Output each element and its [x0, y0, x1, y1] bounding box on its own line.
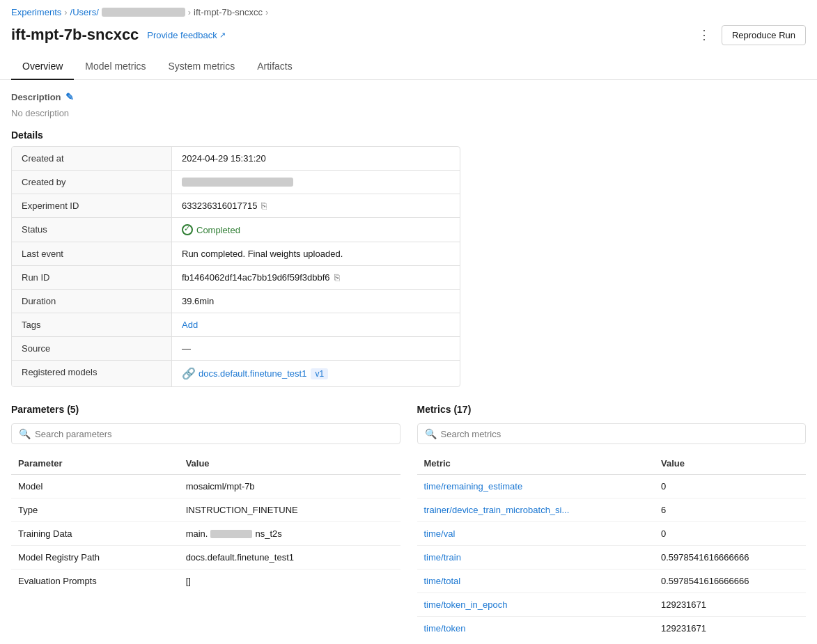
metric-link-remaining-estimate[interactable]: time/remaining_estimate — [424, 481, 523, 492]
metrics-search-input[interactable] — [441, 429, 799, 439]
breadcrumb-users[interactable]: /Users/ — [70, 7, 99, 17]
metric-link-time-train[interactable]: time/train — [424, 552, 461, 563]
metric-value-time-train: 0.5978541616666666 — [654, 546, 806, 570]
details-row-registered-models: Registered models 🔗 docs.default.finetun… — [12, 361, 460, 386]
param-name-training-data: Training Data — [11, 522, 179, 546]
breadcrumb-experiments[interactable]: Experiments — [11, 7, 61, 17]
metric-name-remaining-estimate: time/remaining_estimate — [417, 475, 654, 498]
param-name-model-registry-path: Model Registry Path — [11, 546, 179, 570]
training-data-prefix: main. — [186, 528, 208, 539]
details-val-status: Completed — [172, 218, 460, 242]
tab-model-metrics[interactable]: Model metrics — [74, 54, 157, 80]
metric-row-time-train: time/train 0.5978541616666666 — [417, 546, 807, 570]
copy-run-id-icon[interactable]: ⎘ — [334, 272, 340, 283]
version-badge: v1 — [311, 368, 328, 379]
details-val-experiment-id: 633236316017715 ⎘ — [172, 194, 460, 217]
metric-link-time-val[interactable]: time/val — [424, 528, 456, 539]
details-key-source: Source — [12, 337, 172, 360]
details-row-status: Status Completed — [12, 218, 460, 242]
parameters-search-icon: 🔍 — [19, 428, 31, 439]
page-header-left: ift-mpt-7b-sncxcc Provide feedback — [11, 26, 226, 44]
details-key-last-event: Last event — [12, 242, 172, 265]
experiment-id-value: 633236316017715 — [182, 201, 257, 211]
metric-value-col-header: Value — [654, 453, 806, 475]
description-label: Description ✎ — [11, 91, 806, 102]
param-value-training-data: main. ns_t2s — [179, 522, 400, 546]
more-button[interactable]: ⋮ — [692, 24, 716, 45]
metrics-search-box[interactable]: 🔍 — [417, 423, 807, 444]
metrics-section: Metrics (17) 🔍 Metric Value time/remaini… — [417, 404, 807, 640]
breadcrumb-users-blurred — [102, 8, 185, 17]
created-by-blurred — [182, 178, 293, 187]
reproduce-button[interactable]: Reproduce Run — [722, 25, 806, 45]
metric-value-time-token-in-epoch: 129231671 — [654, 593, 806, 617]
metric-value-microbatch: 6 — [654, 498, 806, 522]
two-col-section: Parameters (5) 🔍 Parameter Value Model m… — [11, 404, 806, 640]
metric-row-time-val: time/val 0 — [417, 522, 807, 546]
metrics-table: Metric Value time/remaining_estimate 0 t… — [417, 453, 807, 640]
param-name-evaluation-prompts: Evaluation Prompts — [11, 570, 179, 593]
param-name-model: Model — [11, 475, 179, 498]
tab-artifacts[interactable]: Artifacts — [246, 54, 304, 80]
metric-table-header: Metric Value — [417, 453, 807, 475]
tabs: Overview Model metrics System metrics Ar… — [0, 54, 817, 80]
details-key-registered-models: Registered models — [12, 361, 172, 386]
param-col-header: Parameter — [11, 453, 179, 475]
param-row-evaluation-prompts: Evaluation Prompts [] — [11, 570, 400, 593]
metric-value-time-token: 129231671 — [654, 617, 806, 641]
param-row-training-data: Training Data main. ns_t2s — [11, 522, 400, 546]
param-row-type: Type INSTRUCTION_FINETUNE — [11, 498, 400, 522]
registered-model-link[interactable]: 🔗 docs.default.finetune_test1 — [182, 367, 306, 380]
page-header: ift-mpt-7b-sncxcc Provide feedback ⋮ Rep… — [0, 22, 817, 54]
registered-model-name: docs.default.finetune_test1 — [199, 368, 306, 379]
parameters-title: Parameters (5) — [11, 404, 400, 415]
description-section: Description ✎ No description — [11, 91, 806, 118]
page-title: ift-mpt-7b-sncxcc — [11, 26, 139, 44]
details-val-tags: Add — [172, 313, 460, 336]
details-row-created-at: Created at 2024-04-29 15:31:20 — [12, 147, 460, 171]
parameters-search-input[interactable] — [35, 429, 393, 439]
metric-row-time-token: time/token 129231671 — [417, 617, 807, 641]
metric-name-time-token: time/token — [417, 617, 654, 641]
metric-row-microbatch: trainer/device_train_microbatch_si... 6 — [417, 498, 807, 522]
metric-link-time-token-in-epoch[interactable]: time/token_in_epoch — [424, 599, 508, 610]
metric-link-time-total[interactable]: time/total — [424, 576, 461, 586]
details-key-status: Status — [12, 218, 172, 242]
breadcrumb-sep1: › — [64, 7, 67, 17]
metric-col-header: Metric — [417, 453, 654, 475]
details-table: Created at 2024-04-29 15:31:20 Created b… — [11, 146, 460, 387]
edit-description-icon[interactable]: ✎ — [65, 91, 74, 102]
metrics-title: Metrics (17) — [417, 404, 807, 415]
training-data-blurred — [210, 530, 252, 538]
metric-name-microbatch: trainer/device_train_microbatch_si... — [417, 498, 654, 522]
details-title: Details — [11, 129, 806, 141]
details-row-created-by: Created by — [12, 171, 460, 194]
feedback-link[interactable]: Provide feedback — [147, 30, 225, 40]
metric-row-time-total: time/total 0.5978541616666666 — [417, 570, 807, 593]
param-value-model-registry-path: docs.default.finetune_test1 — [179, 546, 400, 570]
details-key-run-id: Run ID — [12, 266, 172, 289]
tab-overview[interactable]: Overview — [11, 54, 74, 80]
details-val-created-at: 2024-04-29 15:31:20 — [172, 147, 460, 170]
breadcrumb: Experiments › /Users/ › ift-mpt-7b-sncxc… — [0, 0, 817, 22]
parameters-search-box[interactable]: 🔍 — [11, 423, 400, 444]
metric-value-time-val: 0 — [654, 522, 806, 546]
details-val-registered-models: 🔗 docs.default.finetune_test1 v1 — [172, 361, 460, 386]
model-icon: 🔗 — [182, 367, 196, 380]
metric-link-time-token[interactable]: time/token — [424, 623, 466, 634]
training-data-suffix: ns_t2s — [255, 528, 281, 539]
param-value-type: INSTRUCTION_FINETUNE — [179, 498, 400, 522]
page-header-right: ⋮ Reproduce Run — [692, 24, 806, 45]
training-data-cell: main. ns_t2s — [186, 528, 394, 539]
content: Description ✎ No description Details Cre… — [0, 80, 817, 644]
details-key-created-at: Created at — [12, 147, 172, 170]
details-section: Details Created at 2024-04-29 15:31:20 C… — [11, 129, 806, 387]
tab-system-metrics[interactable]: System metrics — [157, 54, 247, 80]
copy-experiment-id-icon[interactable]: ⎘ — [261, 201, 267, 211]
metric-row-time-token-in-epoch: time/token_in_epoch 129231671 — [417, 593, 807, 617]
add-tag-link[interactable]: Add — [182, 320, 198, 330]
metric-link-microbatch[interactable]: trainer/device_train_microbatch_si... — [424, 505, 570, 515]
param-value-evaluation-prompts: [] — [179, 570, 400, 593]
metric-name-time-token-in-epoch: time/token_in_epoch — [417, 593, 654, 617]
details-key-experiment-id: Experiment ID — [12, 194, 172, 217]
